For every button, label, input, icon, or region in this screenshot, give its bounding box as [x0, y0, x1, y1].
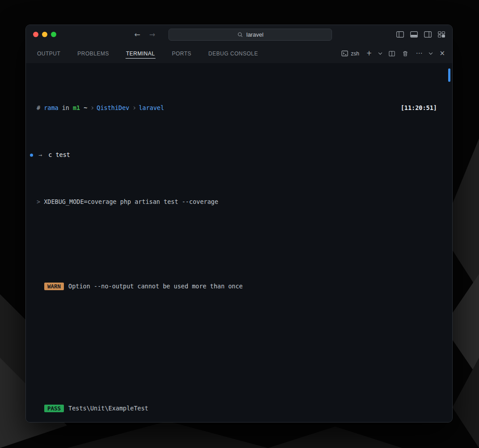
split-terminal-icon	[389, 51, 395, 57]
scrollbar-thumb[interactable]	[448, 68, 450, 82]
launch-profile-chevron-icon[interactable]	[379, 53, 382, 54]
warn-badge: WARN	[44, 283, 64, 290]
navigate-forward-button[interactable]: →	[147, 30, 157, 39]
new-terminal-button[interactable]: +	[366, 50, 372, 57]
panel-tab[interactable]: PORTS	[172, 44, 192, 63]
terminal-expanded-command: > XDEBUG_MODE=coverage php artisan test …	[26, 197, 452, 207]
terminal-output[interactable]: # rama in m1 ~ QisthiDev laravel [11:20:…	[26, 63, 452, 423]
warn-text: Option --no-output cannot be used more t…	[68, 282, 243, 291]
prompt-timestamp: [11:20:51]	[401, 103, 437, 113]
terminal-command-line: → c test	[26, 150, 452, 160]
expansion-prefix: >	[37, 197, 40, 207]
toggle-secondary-sidebar-icon[interactable]	[424, 31, 432, 38]
minimize-window-button[interactable]	[42, 32, 47, 37]
prompt-dir: QisthiDev	[97, 103, 129, 113]
terminal-prompt-line: # rama in m1 ~ QisthiDev laravel [11:20:…	[26, 103, 452, 113]
window-controls	[33, 32, 69, 37]
panel-tab-label: DEBUG CONSOLE	[208, 49, 258, 59]
prompt-hash: #	[37, 103, 40, 113]
chevron-separator-icon	[132, 106, 135, 110]
customize-layout-icon[interactable]	[438, 31, 445, 38]
panel-tab-label: OUTPUT	[37, 49, 61, 59]
trash-icon	[402, 51, 408, 57]
window-titlebar: ← → laravel	[26, 25, 452, 44]
prompt-path: ~	[84, 103, 87, 113]
panel-tab[interactable]: PROBLEMS	[77, 44, 109, 63]
prompt-arrow-icon: →	[38, 150, 42, 160]
close-panel-button[interactable]: ×	[439, 50, 445, 57]
panel-tab[interactable]: OUTPUT	[37, 44, 61, 63]
search-value: laravel	[246, 31, 263, 38]
toggle-panel-icon[interactable]	[410, 31, 418, 38]
expanded-command-text: XDEBUG_MODE=coverage php artisan test --…	[44, 197, 218, 207]
panel-tab[interactable]: DEBUG CONSOLE	[208, 44, 258, 63]
navigate-back-button[interactable]: ←	[133, 30, 142, 39]
prompt-in: in	[62, 103, 69, 113]
maximize-panel-chevron-icon[interactable]	[429, 53, 432, 54]
chevron-separator-icon	[90, 106, 93, 110]
panel-tab-label: PROBLEMS	[77, 49, 109, 59]
vscode-window: ← → laravel	[25, 25, 453, 423]
prompt-dir: laravel	[139, 103, 164, 113]
command-text: c test	[48, 150, 70, 160]
panel-tab-bar: OUTPUT PROBLEMS TERMINAL PORTS DEBUG CON…	[26, 44, 452, 63]
panel-tab[interactable]: TERMINAL	[126, 44, 155, 63]
panel-tabs: OUTPUT PROBLEMS TERMINAL PORTS DEBUG CON…	[37, 44, 259, 63]
split-terminal-button[interactable]	[389, 51, 395, 57]
command-decoration-icon[interactable]	[30, 153, 33, 156]
prompt-user: rama	[44, 103, 59, 113]
panel-tab-label: PORTS	[172, 49, 192, 59]
terminal-icon	[341, 50, 348, 57]
test-suite-name: Tests\Unit\ExampleTest	[68, 404, 148, 413]
test-suite-line: PASS Tests\Unit\ExampleTest	[26, 404, 452, 413]
panel-tab-label: TERMINAL	[126, 49, 155, 59]
close-window-button[interactable]	[33, 32, 38, 37]
test-results: PASS Tests\Unit\ExampleTest ✔ that true …	[26, 366, 452, 423]
terminal-shell-button[interactable]: zsh	[341, 50, 359, 57]
toggle-primary-sidebar-icon[interactable]	[396, 31, 404, 38]
command-center-search[interactable]: laravel	[168, 29, 332, 41]
background-shape	[67, 421, 402, 448]
more-actions-button[interactable]: ⋯	[416, 50, 422, 57]
search-icon	[237, 32, 243, 38]
zoom-window-button[interactable]	[51, 32, 56, 37]
pass-badge: PASS	[44, 405, 64, 412]
prompt-host: m1	[73, 103, 80, 113]
kill-terminal-button[interactable]	[402, 51, 408, 57]
shell-label: zsh	[351, 51, 359, 57]
warn-line: WARN Option --no-output cannot be used m…	[26, 282, 452, 291]
